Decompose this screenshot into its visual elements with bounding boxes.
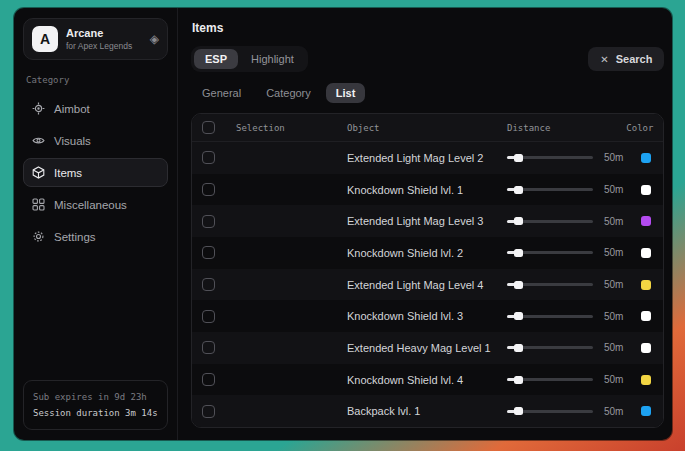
color-swatch[interactable] [641, 375, 651, 385]
slider-thumb[interactable] [514, 312, 523, 320]
sub-expires-text: Sub expires in 9d 23h [33, 389, 158, 405]
slider-thumb[interactable] [514, 249, 523, 257]
session-duration-text: Session duration 3m 14s [33, 405, 158, 421]
table-row[interactable]: Backpack lvl. 1 50m [192, 395, 663, 427]
table-row[interactable]: Extended Light Mag Level 4 50m [192, 269, 663, 301]
color-swatch[interactable] [641, 311, 651, 321]
distance-slider[interactable] [507, 188, 593, 191]
sidebar-item-items[interactable]: Items [23, 158, 168, 187]
distance-slider[interactable] [507, 315, 593, 318]
color-swatch[interactable] [641, 248, 651, 258]
distance-slider[interactable] [507, 378, 593, 381]
distance-value: 50m [604, 374, 623, 385]
color-swatch[interactable] [641, 343, 651, 353]
search-button[interactable]: ✕ Search [588, 47, 664, 71]
slider-thumb[interactable] [514, 376, 523, 384]
table-body: Extended Light Mag Level 2 50m Knockdown… [192, 142, 663, 427]
color-swatch[interactable] [641, 185, 651, 195]
slider-thumb[interactable] [514, 217, 523, 225]
row-checkbox[interactable] [202, 246, 215, 259]
distance-slider[interactable] [507, 346, 593, 349]
color-swatch[interactable] [641, 153, 651, 163]
distance-cell: 50m [507, 406, 623, 417]
table-row[interactable]: Knockdown Shield lvl. 2 50m [192, 237, 663, 269]
items-table: Selection Object Distance Color Extended… [191, 113, 664, 428]
app-subtitle: for Apex Legends [66, 41, 142, 52]
table-row[interactable]: Knockdown Shield lvl. 1 50m [192, 174, 663, 206]
slider-thumb[interactable] [514, 186, 523, 194]
sidebar-item-miscellaneous[interactable]: Miscellaneous [23, 190, 168, 219]
row-checkbox[interactable] [202, 151, 215, 164]
mode-tab-group: ESP Highlight [191, 46, 308, 72]
table-row[interactable]: Knockdown Shield lvl. 4 50m [192, 364, 663, 396]
row-checkbox[interactable] [202, 183, 215, 196]
slider-thumb[interactable] [514, 154, 523, 162]
slider-thumb[interactable] [514, 407, 523, 415]
distance-slider[interactable] [507, 410, 593, 413]
column-header-selection: Selection [236, 123, 347, 133]
sidebar-item-label: Items [54, 167, 82, 179]
slider-thumb[interactable] [514, 281, 523, 289]
table-row[interactable]: Extended Light Mag Level 3 50m [192, 205, 663, 237]
distance-slider[interactable] [507, 220, 593, 223]
table-row[interactable]: Knockdown Shield lvl. 3 50m [192, 300, 663, 332]
object-cell: Knockdown Shield lvl. 1 [347, 184, 507, 196]
object-cell: Knockdown Shield lvl. 3 [347, 310, 507, 322]
tab-category[interactable]: Category [256, 83, 321, 103]
distance-slider[interactable] [507, 283, 593, 286]
tab-general[interactable]: General [192, 83, 251, 103]
app-name: Arcane [66, 27, 142, 41]
page-title: Items [192, 21, 664, 35]
object-cell: Extended Light Mag Level 4 [347, 279, 507, 291]
object-cell: Knockdown Shield lvl. 4 [347, 374, 507, 386]
diamond-emblem-icon[interactable]: ◈ [150, 32, 159, 46]
color-swatch[interactable] [641, 406, 651, 416]
tab-highlight[interactable]: Highlight [240, 49, 305, 69]
sidebar: A Arcane for Apex Legends ◈ Category Aim… [14, 8, 178, 440]
distance-cell: 50m [507, 374, 623, 385]
distance-slider[interactable] [507, 251, 593, 254]
table-row[interactable]: Extended Light Mag Level 2 50m [192, 142, 663, 174]
app-logo: A [32, 26, 58, 52]
row-checkbox[interactable] [202, 341, 215, 354]
app-window: A Arcane for Apex Legends ◈ Category Aim… [14, 8, 672, 440]
color-swatch[interactable] [641, 216, 651, 226]
row-checkbox[interactable] [202, 278, 215, 291]
brand-card: A Arcane for Apex Legends ◈ [23, 18, 168, 60]
sidebar-spacer [23, 254, 168, 380]
table-row[interactable]: Extended Heavy Mag Level 1 50m [192, 332, 663, 364]
select-all-checkbox[interactable] [202, 121, 215, 134]
tab-list[interactable]: List [326, 83, 366, 103]
sidebar-item-label: Miscellaneous [54, 199, 127, 211]
sidebar-item-aimbot[interactable]: Aimbot [23, 94, 168, 123]
object-cell: Knockdown Shield lvl. 2 [347, 247, 507, 259]
object-cell: Extended Light Mag Level 3 [347, 215, 507, 227]
row-checkbox[interactable] [202, 310, 215, 323]
distance-cell: 50m [507, 311, 623, 322]
tab-esp[interactable]: ESP [194, 49, 238, 69]
sidebar-item-label: Settings [54, 231, 96, 243]
slider-thumb[interactable] [514, 344, 523, 352]
sidebar-item-settings[interactable]: Settings [23, 222, 168, 251]
distance-value: 50m [604, 152, 623, 163]
color-swatch[interactable] [641, 280, 651, 290]
brand-text: Arcane for Apex Legends [66, 27, 142, 51]
distance-cell: 50m [507, 279, 623, 290]
column-header-distance: Distance [507, 123, 623, 133]
row-checkbox[interactable] [202, 215, 215, 228]
row-checkbox[interactable] [202, 405, 215, 418]
distance-cell: 50m [507, 216, 623, 227]
object-cell: Backpack lvl. 1 [347, 405, 507, 417]
distance-value: 50m [604, 311, 623, 322]
row-checkbox[interactable] [202, 373, 215, 386]
gear-icon [32, 230, 45, 243]
toolbar: ESP Highlight ✕ Search [191, 46, 664, 72]
distance-value: 50m [604, 406, 623, 417]
sidebar-item-label: Visuals [54, 135, 91, 147]
distance-cell: 50m [507, 152, 623, 163]
cube-icon [32, 166, 45, 179]
sidebar-item-visuals[interactable]: Visuals [23, 126, 168, 155]
distance-slider[interactable] [507, 156, 593, 159]
distance-value: 50m [604, 247, 623, 258]
table-header: Selection Object Distance Color [192, 114, 663, 142]
